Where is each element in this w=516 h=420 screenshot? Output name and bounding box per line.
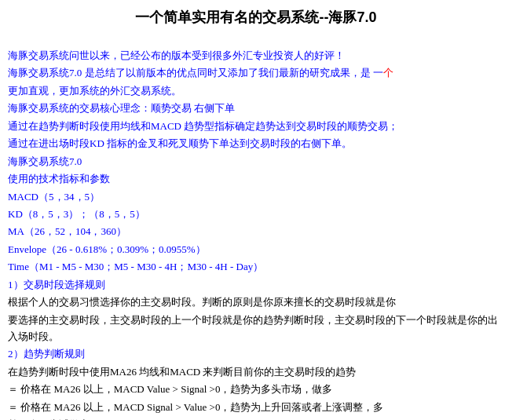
line-11: MA（26，52，104，360） bbox=[8, 223, 504, 239]
text-core: 海豚交易系统的交易核心理念：顺势交易 右侧下单 bbox=[8, 102, 235, 114]
text-rule2-bull: ＝ 价格在 MA26 以上，MACD Value > Signal >0，趋势为… bbox=[8, 383, 332, 395]
line-4: 海豚交易系统的交易核心理念：顺势交易 右侧下单 bbox=[8, 100, 504, 116]
text-rule2-header: 2）趋势判断规则 bbox=[8, 348, 85, 360]
line-15: 根据个人的交易习惯选择你的主交易时段。判断的原则是你原来擅长的交易时段就是你 bbox=[8, 294, 504, 310]
text-macd-trend: 通过在趋势判断时段使用均线和MACD 趋势型指标确定趋势达到交易时段的顺势交易； bbox=[8, 120, 398, 132]
text-rule1-header: 1）交易时段选择规则 bbox=[8, 279, 105, 290]
page-title: 一个简单实用有名的交易系统--海豚7.0 bbox=[8, 8, 504, 27]
text-intro-2b: 个 bbox=[383, 67, 393, 79]
text-envelope-param: Envelope（26 - 0.618%；0.309%；0.0955%） bbox=[8, 243, 206, 255]
content-area: 海豚交易系统问世以来，已经公布的版本受到很多外汇专业投资人的好评！ 海豚交易系统… bbox=[8, 47, 504, 420]
line-12: Envelope（26 - 0.618%；0.309%；0.0955%） bbox=[8, 241, 504, 257]
text-rule1-body1: 根据个人的交易习惯选择你的主交易时段。判断的原则是你原来擅长的交易时段就是你 bbox=[8, 296, 396, 308]
text-kd-param: KD（8，5，3）；（8，5，5） bbox=[8, 208, 145, 220]
line-8: 使用的技术指标和参数 bbox=[8, 170, 504, 187]
text-time-param: Time（M1 - M5 - M30；M5 - M30 - 4H；M30 - 4… bbox=[8, 261, 263, 272]
text-rule2-bull-adj1: ＝ 价格在 MA26 以上，MACD Signal > Value >0，趋势为… bbox=[8, 401, 383, 413]
line-5: 通过在趋势判断时段使用均线和MACD 趋势型指标确定趋势达到交易时段的顺势交易； bbox=[8, 118, 504, 134]
line-3: 更加直观，更加系统的外汇交易系统。 bbox=[8, 82, 504, 99]
page-container: 一个简单实用有名的交易系统--海豚7.0 海豚交易系统问世以来，已经公布的版本受… bbox=[0, 0, 516, 420]
line-7: 海豚交易系统7.0 bbox=[8, 153, 504, 170]
line-14: 1）交易时段选择规则 bbox=[8, 276, 504, 293]
line-2: 海豚交易系统7.0 是总结了以前版本的优点同时又添加了我们最新的研究成果，是 一… bbox=[8, 64, 504, 81]
line-6: 通过在进出场时段KD 指标的金叉和死叉顺势下单达到交易时段的右侧下单。 bbox=[8, 135, 504, 152]
text-intro-2a: 海豚交易系统7.0 是总结了以前版本的优点同时又添加了我们最新的研究成果，是 一 bbox=[8, 67, 383, 79]
line-13: Time（M1 - M5 - M30；M5 - M30 - 4H；M30 - 4… bbox=[8, 258, 504, 275]
line-18: 在趋势判断时段中使用MA26 均线和MACD 来判断目前你的主交易时段的趋势 bbox=[8, 363, 504, 380]
text-indicators-header: 使用的技术指标和参数 bbox=[8, 173, 110, 184]
text-kd-trend: 通过在进出场时段KD 指标的金叉和死叉顺势下单达到交易时段的右侧下单。 bbox=[8, 137, 352, 149]
line-9: MACD（5，34，5） bbox=[8, 188, 504, 205]
line-10: KD（8，5，3）；（8，5，5） bbox=[8, 206, 504, 222]
line-20: ＝ 价格在 MA26 以上，MACD Signal > Value >0，趋势为… bbox=[8, 399, 504, 415]
line-17: 2）趋势判断规则 bbox=[8, 345, 504, 362]
line-16: 要选择的主交易时段，主交易时段的上一个时段就是你的趋势判断时段，主交易时段的下一… bbox=[8, 312, 504, 345]
line-19: ＝ 价格在 MA26 以上，MACD Value > Signal >0，趋势为… bbox=[8, 381, 504, 397]
text-rule2-intro: 在趋势判断时段中使用MA26 均线和MACD 来判断目前你的主交易时段的趋势 bbox=[8, 366, 356, 378]
text-intro-1: 海豚交易系统问世以来，已经公布的版本受到很多外汇专业投资人的好评！ bbox=[8, 49, 345, 61]
line-21: 单平仓，尝试做空 bbox=[8, 416, 504, 420]
text-macd-param: MACD（5，34，5） bbox=[8, 191, 100, 203]
text-rule1-body2: 要选择的主交易时段，主交易时段的上一个时段就是你的趋势判断时段，主交易时段的下一… bbox=[8, 314, 498, 342]
text-system-name: 海豚交易系统7.0 bbox=[8, 155, 82, 167]
text-ma-param: MA（26，52，104，360） bbox=[8, 225, 126, 237]
line-1: 海豚交易系统问世以来，已经公布的版本受到很多外汇专业投资人的好评！ bbox=[8, 47, 504, 64]
text-intro-3: 更加直观，更加系统的外汇交易系统。 bbox=[8, 85, 181, 97]
